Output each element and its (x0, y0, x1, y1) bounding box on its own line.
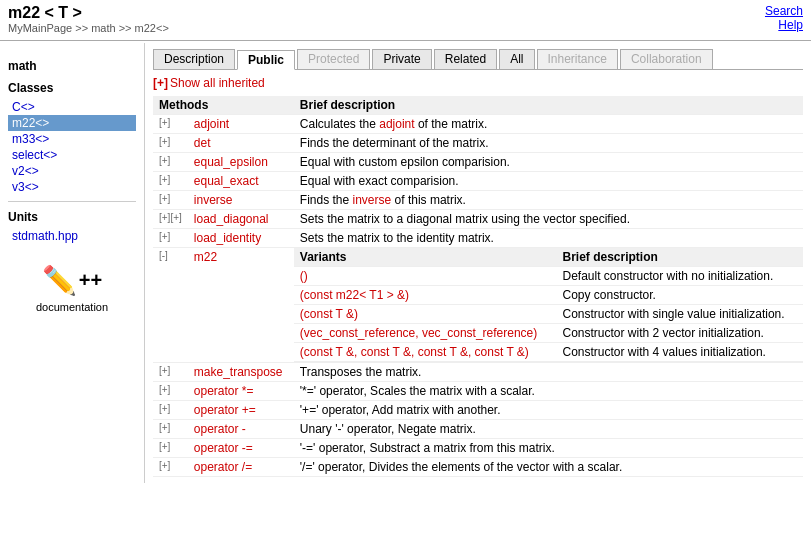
tab-private[interactable]: Private (372, 49, 431, 69)
table-row: [+] det Finds the determinant of the mat… (153, 134, 803, 153)
table-row: [+][+] load_diagonal Sets the matrix to … (153, 210, 803, 229)
page-title: m22 < T > (8, 4, 169, 22)
sub-col-brief: Brief description (557, 248, 804, 267)
method-desc-op-add: '+=' operator, Add matrix with another. (294, 401, 803, 420)
variant-desc-4: Constructor with 4 values initialization… (557, 343, 804, 362)
inherited-toggle-row: [+]Show all inherited (153, 76, 803, 90)
tab-protected[interactable]: Protected (297, 49, 370, 69)
method-name-op-mul: operator *= (188, 382, 294, 401)
sidebar-divider (8, 201, 136, 202)
variant-sig-4: (const T &, const T &, const T &, const … (294, 343, 557, 362)
list-item: (const m22< T1 > &) Copy constructor. (294, 286, 803, 305)
method-desc-equal-epsilon: Equal with custom epsilon comparision. (294, 153, 803, 172)
table-row: [+] operator -= '-=' operator, Substract… (153, 439, 803, 458)
sub-col-variants: Variants (294, 248, 557, 267)
table-row: [+] load_identity Sets the matrix to the… (153, 229, 803, 248)
col-brief-header: Brief description (294, 96, 803, 115)
tab-description[interactable]: Description (153, 49, 235, 69)
variant-desc-0: Default constructor with no initializati… (557, 267, 804, 286)
method-name-op-neg: operator - (188, 420, 294, 439)
sidebar-item-c[interactable]: C<> (8, 99, 136, 115)
doc-logo: ✏️ ++ documentation (8, 264, 136, 313)
methods-table: Methods Brief description [+] adjoint Ca… (153, 96, 803, 477)
search-link[interactable]: Search (765, 4, 803, 18)
list-item: (const T &, const T &, const T &, const … (294, 343, 803, 362)
tabs-bar: Description Public Protected Private Rel… (153, 49, 803, 70)
subtable-header: Variants Brief description (294, 248, 803, 267)
method-icon: [+] (153, 382, 188, 401)
inherited-toggle[interactable]: [+]Show all inherited (153, 76, 265, 90)
constructor-row: [-] m22 Variants Brief description () De… (153, 248, 803, 363)
constructor-subtable-cell: Variants Brief description () Default co… (294, 248, 803, 363)
method-icon: [+] (153, 439, 188, 458)
list-item: (const T &) Constructor with single valu… (294, 305, 803, 324)
table-row: [+] make_transpose Transposes the matrix… (153, 363, 803, 382)
method-icon: [+] (153, 134, 188, 153)
expand-minus-icon: [-] (153, 248, 188, 363)
tab-collaboration[interactable]: Collaboration (620, 49, 713, 69)
method-icon: [+] (153, 229, 188, 248)
tab-inheritance[interactable]: Inheritance (537, 49, 618, 69)
variant-sig-0: () (294, 267, 557, 286)
table-row: [+] operator - Unary '-' operator, Negat… (153, 420, 803, 439)
method-name-op-add: operator += (188, 401, 294, 420)
method-desc-equal-exact: Equal with exact comparision. (294, 172, 803, 191)
pencil-icon: ✏️ (42, 264, 77, 297)
tab-all[interactable]: All (499, 49, 534, 69)
method-name-equal-epsilon: equal_epsilon (188, 153, 294, 172)
table-row: [+] equal_epsilon Equal with custom epsi… (153, 153, 803, 172)
method-desc-inverse: Finds the inverse of this matrix. (294, 191, 803, 210)
top-divider (0, 40, 811, 41)
method-icon: [+] (153, 172, 188, 191)
method-desc-op-neg: Unary '-' operator, Negate matrix. (294, 420, 803, 439)
method-name-make-transpose: make_transpose (188, 363, 294, 382)
table-row: [+] inverse Finds the inverse of this ma… (153, 191, 803, 210)
method-icon: [+] (153, 420, 188, 439)
variant-desc-2: Constructor with single value initializa… (557, 305, 804, 324)
method-icon: [+] (153, 191, 188, 210)
table-row: [+] equal_exact Equal with exact compari… (153, 172, 803, 191)
sidebar-section-classes: Classes (8, 81, 136, 95)
method-desc-make-transpose: Transposes the matrix. (294, 363, 803, 382)
help-link[interactable]: Help (765, 18, 803, 32)
variant-desc-3: Constructor with 2 vector initialization… (557, 324, 804, 343)
method-icon: [+] (153, 115, 188, 134)
content: Description Public Protected Private Rel… (145, 43, 811, 483)
method-desc-op-sub: '-=' operator, Substract a matrix from t… (294, 439, 803, 458)
method-name-equal-exact: equal_exact (188, 172, 294, 191)
sidebar-item-v2[interactable]: v2<> (8, 163, 136, 179)
main-layout: math Classes C<> m22<> m33<> select<> v2… (0, 43, 811, 483)
variant-sig-2: (const T &) (294, 305, 557, 324)
method-name-load-diagonal: load_diagonal (188, 210, 294, 229)
method-desc-det: Finds the determinant of the matrix. (294, 134, 803, 153)
sidebar-item-m22[interactable]: m22<> (8, 115, 136, 131)
inherited-toggle-label: Show all inherited (170, 76, 265, 90)
header-links: Search Help (765, 4, 803, 32)
tab-public[interactable]: Public (237, 50, 295, 70)
list-item: (vec_const_reference, vec_const_referenc… (294, 324, 803, 343)
sidebar-section-units: Units (8, 210, 136, 224)
constructor-name: m22 (188, 248, 294, 363)
sidebar-item-select[interactable]: select<> (8, 147, 136, 163)
toggle-plus-icon: [+] (153, 76, 168, 90)
sidebar: math Classes C<> m22<> m33<> select<> v2… (0, 43, 145, 483)
variant-sig-3: (vec_const_reference, vec_const_referenc… (294, 324, 557, 343)
method-icon: [+] (153, 153, 188, 172)
method-name-det: det (188, 134, 294, 153)
sidebar-section-math: math (8, 59, 136, 73)
tab-related[interactable]: Related (434, 49, 497, 69)
sidebar-item-stdmath[interactable]: stdmath.hpp (8, 228, 136, 244)
method-desc-op-div: '/=' operator, Divides the elements of t… (294, 458, 803, 477)
method-name-op-sub: operator -= (188, 439, 294, 458)
sidebar-item-v3[interactable]: v3<> (8, 179, 136, 195)
doc-logo-text: documentation (8, 301, 136, 313)
method-icon: [+] (153, 363, 188, 382)
inverse-link[interactable]: inverse (353, 193, 392, 207)
adjoint-link[interactable]: adjoint (379, 117, 414, 131)
method-icon: [+] (153, 458, 188, 477)
method-desc-op-mul: '*=' operator, Scales the matrix with a … (294, 382, 803, 401)
table-row: [+] operator *= '*=' operator, Scales th… (153, 382, 803, 401)
method-name-adjoint: adjoint (188, 115, 294, 134)
sidebar-item-m33[interactable]: m33<> (8, 131, 136, 147)
method-name-load-identity: load_identity (188, 229, 294, 248)
